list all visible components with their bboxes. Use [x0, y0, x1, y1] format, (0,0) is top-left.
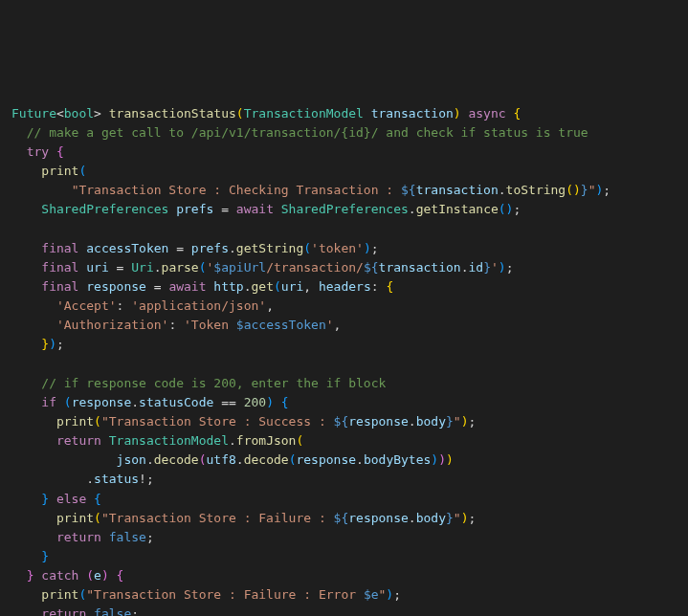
code-line: print("Transaction Store : Failure : ${r…: [11, 511, 476, 525]
code-line: });: [11, 337, 64, 351]
code-line: SharedPreferences prefs = await SharedPr…: [11, 202, 521, 216]
code-line: } catch (e) {: [11, 568, 123, 583]
code-line: final uri = Uri.parse('$apiUrl/transacti…: [11, 260, 513, 275]
code-line: if (response.statusCode == 200) {: [11, 395, 289, 409]
code-line: 'Accept': 'application/json',: [11, 298, 274, 313]
code-line: } else {: [11, 492, 101, 506]
code-line: .status!;: [11, 472, 154, 486]
code-line: print("Transaction Store : Failure : Err…: [11, 587, 401, 602]
code-line: "Transaction Store : Checking Transactio…: [11, 183, 610, 197]
code-block: Future<bool> transactionStatus(Transacti…: [11, 85, 677, 616]
code-line: try {: [11, 144, 64, 159]
code-line: // make a get call to /api/v1/transactio…: [11, 125, 588, 140]
code-line: final response = await http.get(uri, hea…: [11, 279, 393, 294]
code-line: print("Transaction Store : Success : ${r…: [11, 414, 476, 429]
code-line: print(: [11, 164, 86, 178]
code-line: final accessToken = prefs.getString('tok…: [11, 241, 379, 255]
code-line: Future<bool> transactionStatus(Transacti…: [11, 106, 521, 121]
code-line: return TransactionModel.fromJson(: [11, 433, 303, 448]
code-line: }: [11, 549, 49, 563]
code-line: 'Authorization': 'Token $accessToken',: [11, 318, 341, 332]
code-line: // if response code is 200, enter the if…: [11, 376, 386, 390]
code-line: return false;: [11, 606, 139, 616]
code-line: return false;: [11, 530, 154, 544]
code-line: json.decode(utf8.decode(response.bodyByt…: [11, 452, 454, 467]
